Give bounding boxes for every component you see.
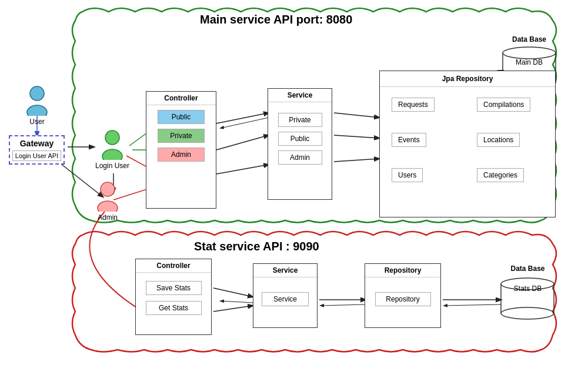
controller-stat-box: Controller Save Stats Get Stats: [135, 259, 212, 335]
get-stats-btn[interactable]: Get Stats: [146, 301, 202, 315]
login-user-label: Login User: [95, 162, 129, 170]
svg-point-32: [30, 86, 44, 101]
service-public-btn[interactable]: Public: [278, 132, 322, 146]
service-admin-btn[interactable]: Admin: [278, 150, 322, 165]
jpa-compilations: Compilations: [477, 98, 530, 112]
svg-line-31: [444, 304, 501, 306]
user-figure: User: [25, 85, 49, 126]
svg-line-29: [320, 304, 366, 306]
svg-point-5: [501, 307, 554, 319]
service-stat-label: Service: [262, 292, 309, 306]
db-main-container: Data Base Main DB: [497, 35, 562, 66]
user-icon: [25, 85, 49, 116]
jpa-title: Jpa Repository: [380, 71, 555, 87]
svg-line-21: [334, 135, 379, 138]
db-main-title: Data Base: [497, 35, 562, 43]
stat-service-label: Stat service API : 9090: [194, 240, 319, 253]
service-stat-box: Service Service: [253, 263, 318, 328]
admin-figure: Admin: [95, 181, 120, 222]
gateway-sub: Login User API: [12, 150, 61, 161]
jpa-events: Events: [392, 133, 426, 147]
svg-line-20: [334, 113, 379, 118]
admin-icon: [95, 181, 120, 212]
private-btn[interactable]: Private: [158, 129, 205, 143]
svg-point-37: [98, 201, 118, 212]
svg-line-26: [213, 306, 253, 312]
jpa-categories: Categories: [477, 168, 524, 182]
gateway-box: Gateway Login User API: [9, 135, 65, 165]
svg-line-19: [220, 118, 269, 128]
service-private-btn[interactable]: Private: [278, 113, 322, 127]
svg-line-18: [216, 165, 269, 174]
controller-stat-title: Controller: [136, 259, 211, 273]
user-label: User: [25, 118, 49, 126]
db-stat-label: Stats DB: [494, 284, 562, 293]
svg-line-22: [334, 159, 379, 162]
db-main-label: Main DB: [497, 58, 562, 66]
svg-line-16: [216, 113, 269, 123]
jpa-locations: Locations: [477, 133, 520, 147]
svg-point-34: [105, 130, 119, 145]
db-stat-container: Data Base Stats DB: [494, 264, 562, 293]
service-stat-title: Service: [253, 264, 317, 277]
main-service-label: Main service API port: 8080: [200, 13, 352, 26]
svg-point-36: [101, 182, 115, 196]
repository-stat-box: Repository Repository: [365, 263, 441, 328]
jpa-users: Users: [392, 168, 423, 182]
db-stat-title: Data Base: [494, 264, 562, 273]
svg-point-33: [27, 105, 47, 116]
svg-line-27: [220, 301, 253, 303]
jpa-requests: Requests: [392, 98, 435, 112]
controller-main-title: Controller: [146, 92, 216, 105]
public-btn[interactable]: Public: [158, 110, 205, 124]
jpa-repository-box: Jpa Repository Requests Compilations Eve…: [379, 71, 556, 217]
svg-line-17: [216, 135, 269, 150]
admin-label: Admin: [95, 213, 120, 222]
save-stats-btn[interactable]: Save Stats: [146, 281, 202, 295]
repo-stat-title: Repository: [365, 264, 440, 277]
repo-stat-label: Repository: [375, 292, 431, 306]
svg-line-25: [213, 288, 253, 297]
admin-btn[interactable]: Admin: [158, 148, 205, 162]
controller-main-box: Controller Public Private Admin: [146, 91, 216, 209]
login-user-figure: Login User: [95, 129, 129, 170]
diagram: Main service API port: 8080 Stat service…: [0, 0, 588, 365]
login-user-icon: [100, 129, 125, 160]
gateway-title: Gateway: [12, 139, 61, 148]
svg-point-35: [102, 149, 122, 160]
service-main-title: Service: [268, 89, 332, 102]
service-main-box: Service Private Public Admin: [268, 88, 332, 200]
